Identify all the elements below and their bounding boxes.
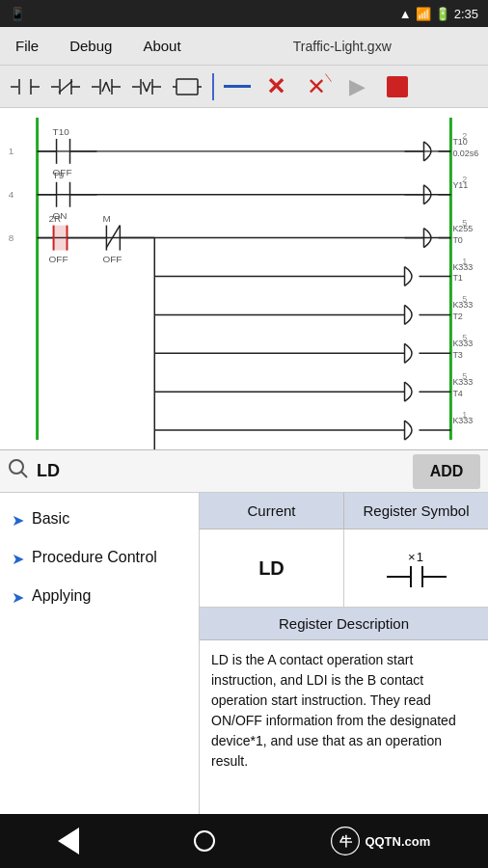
svg-text:M: M xyxy=(102,213,110,224)
search-bar: ADD xyxy=(0,450,488,493)
register-description-body: LD is the A contact operation start inst… xyxy=(200,640,488,837)
svg-text:4: 4 xyxy=(9,189,14,200)
back-button[interactable] xyxy=(58,827,79,854)
status-left: 📱 xyxy=(10,7,25,21)
svg-line-13 xyxy=(106,82,110,92)
symbol-bar-left xyxy=(410,566,412,587)
svg-line-12 xyxy=(102,82,106,92)
detail-header: Current Register Symbol xyxy=(200,493,488,529)
run-btn[interactable]: ▶ xyxy=(339,70,374,103)
register-symbol-column-header: Register Symbol xyxy=(344,493,488,529)
nav-label-applying: Applying xyxy=(32,587,91,605)
back-icon xyxy=(58,827,79,854)
logo-text: QQTN.com xyxy=(365,834,430,849)
status-bar: 📱 ▲ 📶 🔋 2:35 xyxy=(0,0,488,27)
detail-row: LD ×1 xyxy=(200,529,488,608)
svg-text:1: 1 xyxy=(462,410,467,420)
function-btn[interactable] xyxy=(170,70,204,103)
svg-text:2: 2 xyxy=(462,175,467,184)
chevron-right-icon: ➤ xyxy=(12,511,24,529)
current-value-cell: LD xyxy=(200,529,344,607)
symbol-line-left xyxy=(387,576,410,578)
symbol-line-right xyxy=(423,576,447,578)
svg-text:OFF: OFF xyxy=(49,254,68,264)
home-icon xyxy=(194,830,215,852)
svg-text:5: 5 xyxy=(462,294,467,304)
right-detail: Current Register Symbol LD ×1 xyxy=(200,493,488,837)
signal-icon: 📶 xyxy=(416,7,431,21)
left-nav: ➤ Basic ➤ Procedure Control ➤ Applying xyxy=(0,493,200,837)
no-contact-btn[interactable] xyxy=(8,70,42,103)
nav-label-procedure: Procedure Control xyxy=(32,549,157,566)
svg-rect-21 xyxy=(176,79,198,95)
svg-text:T9: T9 xyxy=(53,170,65,180)
home-button[interactable] xyxy=(194,830,215,852)
search-input[interactable] xyxy=(37,461,405,481)
nav-item-basic[interactable]: ➤ Basic xyxy=(0,501,199,539)
svg-text:T3: T3 xyxy=(452,350,462,360)
nav-item-procedure-control[interactable]: ➤ Procedure Control xyxy=(0,539,199,578)
svg-text:1: 1 xyxy=(462,257,467,266)
stop-btn[interactable] xyxy=(380,70,415,103)
nc-contact-btn[interactable] xyxy=(48,70,83,103)
chevron-right-icon-2: ➤ xyxy=(12,550,24,568)
toolbar-divider xyxy=(212,73,214,100)
current-column-header: Current xyxy=(200,493,344,529)
status-right: ▲ 📶 🔋 2:35 xyxy=(399,7,478,21)
symbol-x1-label: ×1 xyxy=(408,550,424,564)
svg-text:2: 2 xyxy=(462,131,467,141)
delete-btn1[interactable]: ✕ xyxy=(258,70,293,103)
search-icon xyxy=(8,458,29,484)
svg-point-128 xyxy=(10,460,23,474)
svg-text:牛: 牛 xyxy=(339,834,353,849)
chevron-right-icon-3: ➤ xyxy=(12,588,24,607)
ladder-area: T10 OFF T10 0.02s6 2 T9 ON Y11 2 2R xyxy=(0,108,488,450)
logo: 牛 QQTN.com xyxy=(330,826,430,856)
toolbar: ✕ ✕ ⃥ ▶ xyxy=(0,66,488,108)
debug-menu[interactable]: Debug xyxy=(54,27,127,65)
contact-symbol xyxy=(387,566,447,587)
bottom-panel: ➤ Basic ➤ Procedure Control ➤ Applying C… xyxy=(0,493,488,837)
nav-label-basic: Basic xyxy=(32,510,69,528)
time-display: 2:35 xyxy=(454,7,478,21)
battery-icon: 🔋 xyxy=(435,7,450,21)
svg-text:8: 8 xyxy=(9,232,14,243)
svg-line-129 xyxy=(21,472,27,477)
bottom-nav: 牛 QQTN.com xyxy=(0,814,488,868)
delete-btn2[interactable]: ✕ ⃥ xyxy=(299,70,334,103)
svg-line-7 xyxy=(59,81,72,93)
svg-text:5: 5 xyxy=(462,218,467,228)
svg-line-19 xyxy=(147,82,150,92)
file-title: Traffic-Light.gxw xyxy=(197,39,488,54)
register-symbol: ×1 xyxy=(387,550,447,587)
wifi-icon: ▲ xyxy=(399,7,412,21)
svg-text:T0: T0 xyxy=(452,235,462,245)
svg-text:0.02s6: 0.02s6 xyxy=(452,149,478,158)
svg-text:OFF: OFF xyxy=(102,254,122,264)
logo-icon: 牛 xyxy=(330,826,361,856)
register-symbol-cell: ×1 xyxy=(344,529,488,607)
register-description-header: Register Description xyxy=(200,608,488,640)
svg-text:1: 1 xyxy=(9,146,14,156)
svg-line-18 xyxy=(143,82,147,92)
svg-text:T4: T4 xyxy=(452,389,462,398)
svg-text:5: 5 xyxy=(462,333,467,342)
file-menu[interactable]: File xyxy=(0,27,54,65)
svg-text:2R: 2R xyxy=(49,213,62,224)
svg-text:T10: T10 xyxy=(53,126,70,137)
svg-text:5: 5 xyxy=(462,371,467,381)
svg-text:T2: T2 xyxy=(452,312,462,321)
pos-contact-btn[interactable] xyxy=(89,70,123,103)
svg-rect-55 xyxy=(54,226,68,251)
current-value: LD xyxy=(258,557,285,580)
nav-item-applying[interactable]: ➤ Applying xyxy=(0,578,199,616)
menu-bar: File Debug About Traffic-Light.gxw xyxy=(0,27,488,66)
toolbar-line[interactable] xyxy=(224,85,251,88)
svg-line-62 xyxy=(106,226,120,248)
ladder-diagram: T10 OFF T10 0.02s6 2 T9 ON Y11 2 2R xyxy=(0,108,488,449)
add-button[interactable]: ADD xyxy=(413,454,480,489)
about-menu[interactable]: About xyxy=(127,27,196,65)
sim-icon: 📱 xyxy=(10,7,25,21)
neg-contact-btn[interactable] xyxy=(129,70,164,103)
svg-text:T1: T1 xyxy=(452,273,462,283)
